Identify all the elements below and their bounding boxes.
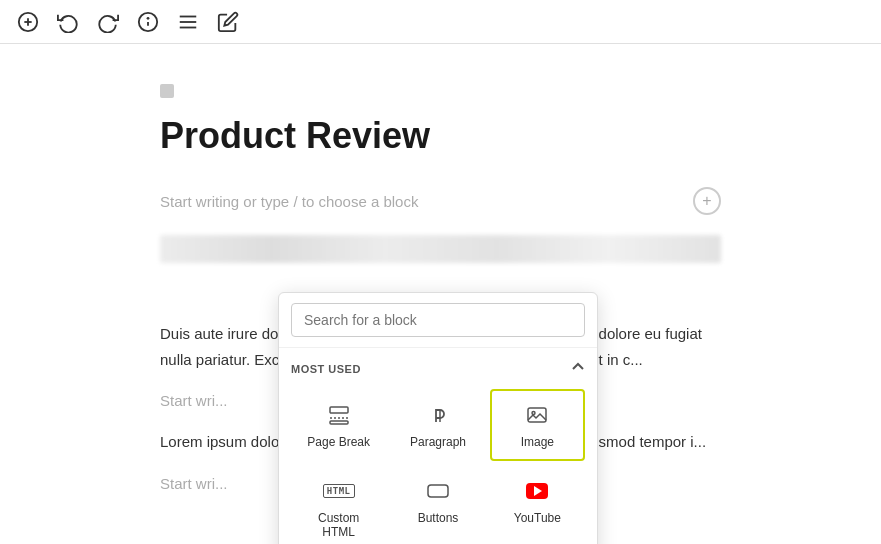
block-search-input[interactable]	[291, 303, 585, 337]
buttons-icon	[427, 477, 449, 505]
info-button[interactable]	[132, 6, 164, 38]
block-item-paragraph[interactable]: Paragraph	[390, 389, 485, 461]
category-indicator	[160, 84, 174, 98]
image-icon	[526, 401, 548, 429]
block-item-image[interactable]: Image	[490, 389, 585, 461]
add-block-toolbar-button[interactable]	[12, 6, 44, 38]
placeholder-text: Start writing or type / to choose a bloc…	[160, 193, 418, 210]
buttons-label: Buttons	[418, 511, 459, 525]
block-item-page-break[interactable]: Page Break	[291, 389, 386, 461]
custom-html-label: Custom HTML	[301, 511, 376, 539]
svg-rect-15	[528, 408, 546, 422]
svg-point-16	[532, 412, 535, 415]
page-break-label: Page Break	[307, 435, 370, 449]
html-icon: HTML	[323, 477, 355, 505]
blurred-content	[160, 235, 721, 263]
image-label: Image	[521, 435, 554, 449]
svg-rect-13	[330, 421, 348, 424]
youtube-icon	[526, 477, 548, 505]
post-title[interactable]: Product Review	[160, 114, 721, 157]
block-item-custom-html[interactable]: HTML Custom HTML	[291, 465, 386, 544]
page-break-icon	[328, 401, 350, 429]
paragraph-icon	[427, 401, 449, 429]
block-item-youtube[interactable]: YouTube	[490, 465, 585, 544]
undo-button[interactable]	[52, 6, 84, 38]
youtube-label: YouTube	[514, 511, 561, 525]
section-header: Most used	[291, 360, 585, 377]
section-title: Most used	[291, 363, 361, 375]
block-picker-popup: Most used P	[278, 292, 598, 544]
editor-toolbar	[0, 0, 881, 44]
svg-rect-11	[330, 407, 348, 413]
block-placeholder: Start writing or type / to choose a bloc…	[160, 187, 721, 215]
editor-area: Product Review Start writing or type / t…	[0, 44, 881, 544]
section-collapse-button[interactable]	[571, 360, 585, 377]
block-search-container	[279, 293, 597, 348]
paragraph-label: Paragraph	[410, 435, 466, 449]
block-grid: Page Break Paragraph	[291, 389, 585, 544]
most-used-section: Most used P	[279, 348, 597, 544]
svg-rect-17	[428, 485, 448, 497]
redo-button[interactable]	[92, 6, 124, 38]
edit-mode-button[interactable]	[212, 6, 244, 38]
block-item-buttons[interactable]: Buttons	[390, 465, 485, 544]
inline-add-button[interactable]: +	[693, 187, 721, 215]
list-view-button[interactable]	[172, 6, 204, 38]
